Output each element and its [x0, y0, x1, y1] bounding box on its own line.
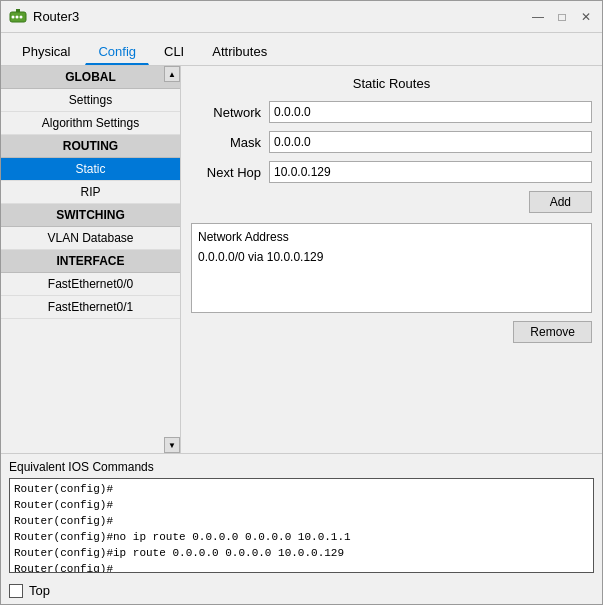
mask-label: Mask [191, 135, 261, 150]
titlebar: Router3 — □ ✕ [1, 1, 602, 33]
ios-line-3: Router(config)# [14, 513, 589, 529]
top-checkbox[interactable] [9, 584, 23, 598]
svg-point-2 [16, 15, 19, 18]
next-hop-input[interactable] [269, 161, 592, 183]
sidebar-item-settings[interactable]: Settings [1, 89, 180, 112]
svg-point-3 [20, 15, 23, 18]
sidebar-section-interface: INTERFACE [1, 250, 180, 273]
tab-physical[interactable]: Physical [9, 39, 83, 65]
sidebar-scroll-up[interactable]: ▲ [164, 66, 180, 82]
sidebar-section-switching: SWITCHING [1, 204, 180, 227]
remove-button[interactable]: Remove [513, 321, 592, 343]
network-label: Network [191, 105, 261, 120]
static-routes-title: Static Routes [191, 76, 592, 91]
tab-cli[interactable]: CLI [151, 39, 197, 65]
sidebar-item-vlan-database[interactable]: VLAN Database [1, 227, 180, 250]
network-row: Network [191, 101, 592, 123]
sidebar-item-algorithm-settings[interactable]: Algorithm Settings [1, 112, 180, 135]
main-panel: Static Routes Network Mask Next Hop Add [181, 66, 602, 453]
main-window: Router3 — □ ✕ Physical Config CLI Attrib… [0, 0, 603, 605]
sidebar-section-routing: ROUTING [1, 135, 180, 158]
mask-input[interactable] [269, 131, 592, 153]
ios-line-4: Router(config)#no ip route 0.0.0.0 0.0.0… [14, 529, 589, 545]
svg-point-1 [12, 15, 15, 18]
network-address-title: Network Address [198, 230, 585, 244]
close-button[interactable]: ✕ [578, 9, 594, 25]
network-address-entry[interactable]: 0.0.0.0/0 via 10.0.0.129 [198, 250, 585, 264]
sidebar-item-static[interactable]: Static [1, 158, 180, 181]
sidebar-scroll-down[interactable]: ▼ [164, 437, 180, 453]
minimize-button[interactable]: — [530, 9, 546, 25]
network-input[interactable] [269, 101, 592, 123]
mask-row: Mask [191, 131, 592, 153]
ios-console[interactable]: Router(config)# Router(config)# Router(c… [9, 478, 594, 573]
network-address-box: Network Address 0.0.0.0/0 via 10.0.0.129 [191, 223, 592, 313]
svg-rect-4 [16, 9, 20, 12]
sidebar: GLOBAL Settings Algorithm Settings ROUTI… [1, 66, 181, 453]
maximize-button[interactable]: □ [554, 9, 570, 25]
sidebar-inner: GLOBAL Settings Algorithm Settings ROUTI… [1, 66, 180, 453]
sidebar-section-global: GLOBAL [1, 66, 180, 89]
sidebar-item-fastethernet0-1[interactable]: FastEthernet0/1 [1, 296, 180, 319]
ios-label: Equivalent IOS Commands [9, 460, 594, 474]
ios-line-5: Router(config)#ip route 0.0.0.0 0.0.0.0 … [14, 545, 589, 561]
remove-row: Remove [191, 321, 592, 343]
ios-line-6: Router(config)# [14, 561, 589, 573]
tab-attributes[interactable]: Attributes [199, 39, 280, 65]
sidebar-item-rip[interactable]: RIP [1, 181, 180, 204]
next-hop-label: Next Hop [191, 165, 261, 180]
ios-line-2: Router(config)# [14, 497, 589, 513]
add-button[interactable]: Add [529, 191, 592, 213]
tab-config[interactable]: Config [85, 39, 149, 65]
add-row: Add [191, 191, 592, 213]
tab-bar: Physical Config CLI Attributes [1, 33, 602, 66]
window-title: Router3 [33, 9, 530, 24]
ios-line-1: Router(config)# [14, 481, 589, 497]
next-hop-row: Next Hop [191, 161, 592, 183]
bottom-bar: Top [1, 577, 602, 604]
ios-section: Equivalent IOS Commands Router(config)# … [1, 453, 602, 577]
top-label: Top [29, 583, 50, 598]
sidebar-item-fastethernet0-0[interactable]: FastEthernet0/0 [1, 273, 180, 296]
content-area: GLOBAL Settings Algorithm Settings ROUTI… [1, 66, 602, 453]
titlebar-controls: — □ ✕ [530, 9, 594, 25]
router-icon [9, 8, 27, 26]
